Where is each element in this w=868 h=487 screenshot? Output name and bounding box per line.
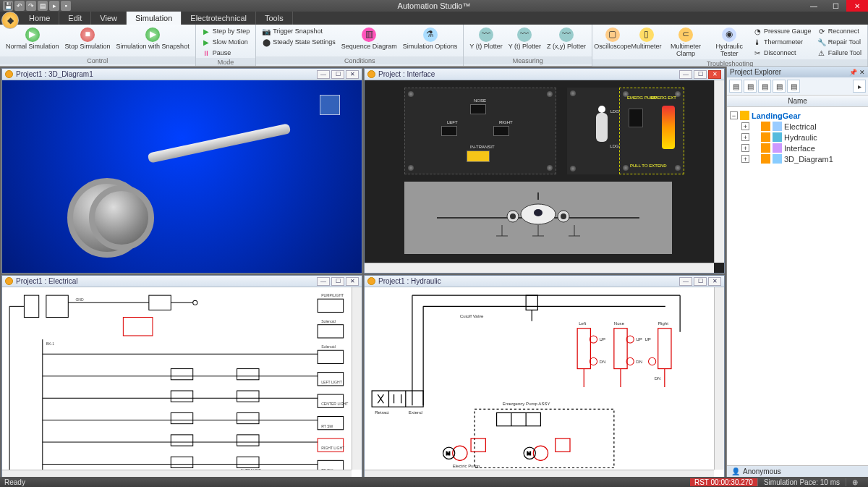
disconnect-button[interactable]: ✂Disconnect — [752, 48, 813, 58]
tree-root[interactable]: − LandingGear — [730, 110, 865, 121]
plotter-icon: 〰 — [479, 27, 493, 42]
expand-icon[interactable]: + — [741, 122, 749, 130]
panel-min-button[interactable]: — — [679, 70, 692, 79]
oscilloscope-button[interactable]: ▢Oscilloscope — [597, 26, 629, 52]
sequence-diagram-button[interactable]: ▥Sequence Diagram — [340, 26, 399, 52]
pressure-gauge-button[interactable]: ◔Pressure Gauge — [752, 26, 813, 36]
view-cube-icon[interactable] — [320, 95, 340, 115]
qa-btn[interactable]: ▸ — [49, 1, 59, 11]
panel-min-button[interactable]: — — [317, 70, 330, 79]
qa-undo-icon[interactable]: ↶ — [14, 1, 25, 11]
expand-icon[interactable]: + — [741, 133, 749, 141]
explorer-tool[interactable]: ▤ — [729, 80, 742, 93]
status-zoom[interactable]: ⊕ — [846, 478, 864, 486]
normal-simulation-button[interactable]: ▶Normal Simulation — [4, 26, 61, 52]
hydraulic-canvas[interactable]: M M Cutoff Valve Retract Exten — [365, 287, 724, 480]
gear-lever[interactable] — [596, 113, 608, 142]
panel-interface: Project : Interface —☐✕ NOSE LEFT RIGHT … — [364, 68, 725, 274]
simulation-options-button[interactable]: ⚗Simulation Options — [401, 26, 459, 52]
quick-access-toolbar: 💾 ↶ ↷ ▤ ▸ ▪ — [0, 1, 74, 11]
tab-electrotechnical[interactable]: Electrotechnical — [182, 12, 256, 25]
multimeter-button[interactable]: ▯Multimeter — [631, 26, 662, 52]
multimeter-clamp-button[interactable]: ⊂Multimeter Clamp — [665, 26, 707, 59]
panel-close-button[interactable]: ✕ — [708, 70, 721, 79]
steady-state-button[interactable]: ⬤Steady State Settings — [260, 37, 337, 47]
thermometer-button[interactable]: 🌡Thermometer — [752, 37, 813, 47]
tab-simulation[interactable]: Simulation — [127, 12, 182, 25]
explorer-tool[interactable]: ▤ — [744, 80, 757, 93]
svg-text:UP: UP — [600, 336, 605, 342]
app-logo-icon[interactable]: ◆ — [1, 12, 19, 29]
interface-canvas[interactable]: NOSE LEFT RIGHT IN-TRANSIT LDG UP LDG DN — [365, 80, 724, 273]
expand-icon[interactable]: + — [741, 144, 749, 152]
emerg-ext-handle[interactable] — [662, 106, 675, 149]
expand-icon[interactable]: + — [741, 155, 749, 163]
panel-min-button[interactable]: — — [679, 277, 692, 286]
panel-max-button[interactable]: ☐ — [694, 70, 707, 79]
trigger-snapshot-button[interactable]: 📷Trigger Snapshot — [260, 26, 337, 36]
panel-max-button[interactable]: ☐ — [694, 277, 707, 286]
yt-plotter2-button[interactable]: 〰Y (t) Plotter — [507, 26, 542, 52]
panel-close-button[interactable]: ✕ — [346, 70, 359, 79]
right-lamp — [493, 126, 509, 136]
window-minimize-button[interactable]: — — [803, 0, 825, 12]
tree-item-electrical[interactable]: + Electrical — [730, 121, 865, 132]
explorer-tool[interactable]: ▤ — [758, 80, 771, 93]
stop-simulation-button[interactable]: ■Stop Simulation — [64, 26, 112, 52]
panel-max-button[interactable]: ☐ — [331, 277, 344, 286]
panel-hydraulic: Project1 : Hydraulic —☐✕ — [364, 275, 725, 480]
hydraulic-tester-button[interactable]: ◉Hydraulic Tester — [710, 26, 749, 59]
doc-icon — [761, 154, 770, 164]
electrical-canvas[interactable]: PUMP/LIGHT Solenoid Solenoid LEFT LIGHT … — [2, 287, 362, 480]
scrollbar-vertical[interactable] — [352, 287, 362, 470]
collapse-icon[interactable]: − — [730, 111, 738, 119]
pin-icon[interactable]: 📌 ✕ — [849, 69, 865, 76]
panel-title-interface[interactable]: Project : Interface —☐✕ — [365, 69, 724, 80]
tab-tools[interactable]: Tools — [256, 12, 293, 25]
tree-item-hydraulic[interactable]: + Hydraulic — [730, 132, 865, 143]
panel-close-button[interactable]: ✕ — [708, 277, 721, 286]
panel-title-hydraulic[interactable]: Project1 : Hydraulic —☐✕ — [365, 276, 724, 287]
reconnect-button[interactable]: ⟳Reconnect — [816, 26, 863, 36]
tree-item-3d[interactable]: + 3D_Diagram1 — [730, 153, 865, 164]
explorer-column-header[interactable]: Name — [727, 96, 868, 107]
window-close-button[interactable]: ✕ — [846, 0, 868, 12]
explorer-header[interactable]: Project Explorer 📌 ✕ — [727, 67, 868, 77]
tab-home[interactable]: Home — [20, 12, 59, 25]
explorer-tool[interactable]: ▤ — [787, 80, 800, 93]
panel-max-button[interactable]: ☐ — [331, 70, 344, 79]
panel-close-button[interactable]: ✕ — [346, 277, 359, 286]
qa-redo-icon[interactable]: ↷ — [26, 1, 36, 11]
step-by-step-button[interactable]: ▶Step by Step — [200, 26, 252, 36]
viewport-3d[interactable] — [2, 80, 362, 273]
project-icon — [740, 111, 749, 120]
zxy-plotter-button[interactable]: 〰Z (x,y) Plotter — [545, 26, 587, 52]
panel-title-electrical[interactable]: Project1 : Electrical —☐✕ — [2, 276, 362, 287]
tab-view[interactable]: View — [91, 12, 127, 25]
panel-min-button[interactable]: — — [317, 277, 330, 286]
panel-title-3d[interactable]: Project1 : 3D_Diagram1 —☐✕ — [2, 69, 362, 80]
repair-tool-button[interactable]: 🔧Repair Tool — [816, 37, 863, 47]
yt-plotter-button[interactable]: 〰Y (t) Plotter — [468, 26, 503, 52]
svg-rect-39 — [171, 391, 192, 402]
svg-rect-47 — [237, 457, 259, 467]
failure-tool-button[interactable]: ⚠Failure Tool — [816, 48, 863, 58]
emerg-pump-switch[interactable] — [629, 109, 643, 127]
explorer-tool[interactable]: ▸ — [853, 80, 866, 93]
pause-button[interactable]: ⏸Pause — [200, 48, 252, 58]
scrollbar-vertical[interactable] — [714, 287, 724, 470]
doc-icon — [367, 277, 375, 285]
tester-icon: ◉ — [722, 27, 736, 42]
tree-item-interface[interactable]: + Interface — [730, 143, 865, 153]
scrollbar-horizontal[interactable] — [365, 263, 714, 273]
qa-save-icon[interactable]: 💾 — [3, 1, 13, 11]
svg-text:LEFT LIGHT: LEFT LIGHT — [321, 380, 342, 384]
explorer-tool[interactable]: ▤ — [773, 80, 786, 93]
slow-motion-button[interactable]: ▶Slow Motion — [200, 37, 252, 47]
simulation-snapshot-button[interactable]: ▶Simulation with Snapshot — [115, 26, 191, 52]
qa-btn[interactable]: ▤ — [38, 1, 48, 11]
tab-edit[interactable]: Edit — [59, 12, 91, 25]
qa-btn[interactable]: ▪ — [61, 1, 71, 11]
scrollbar-vertical[interactable] — [714, 80, 724, 263]
window-maximize-button[interactable]: ☐ — [825, 0, 846, 12]
